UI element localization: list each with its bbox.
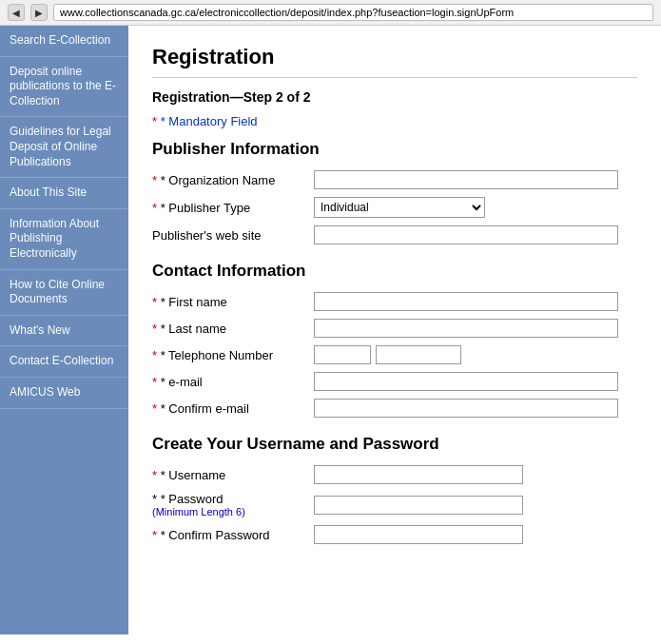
sidebar-item-label: Information About Publishing Electronica… [10, 217, 99, 260]
last-name-row: * * Last name [152, 319, 637, 338]
publisher-website-label: Publisher's web site [152, 228, 314, 243]
sidebar-item-amicus[interactable]: AMICUS Web [0, 378, 128, 409]
sidebar-item-label: What's New [10, 323, 70, 337]
forward-button[interactable]: ▶ [30, 4, 48, 21]
main-content: Registration Registration—Step 2 of 2 * … [128, 26, 661, 634]
phone-number-input[interactable] [376, 345, 461, 364]
sidebar-item-label: Deposit online publications to the E-Col… [10, 65, 116, 107]
sidebar-item-label: Guidelines for Legal Deposit of Online P… [10, 125, 111, 167]
back-button[interactable]: ◀ [8, 4, 25, 21]
sidebar-item-guidelines[interactable]: Guidelines for Legal Deposit of Online P… [0, 117, 128, 178]
confirm-email-label: * * Confirm e-mail [152, 401, 314, 416]
sidebar-item-cite[interactable]: How to Cite Online Documents [0, 270, 128, 316]
username-input[interactable] [314, 465, 523, 484]
org-name-input[interactable] [314, 170, 618, 189]
sidebar-item-search[interactable]: Search E-Collection [0, 26, 128, 57]
credentials-section: Create Your Username and Password * * Us… [152, 435, 637, 544]
password-input[interactable] [314, 496, 523, 515]
sidebar-item-contact[interactable]: Contact E-Collection [0, 346, 128, 378]
sidebar-item-whatsnew[interactable]: What's New [0, 316, 128, 347]
sidebar-item-label: Search E-Collection [10, 33, 110, 47]
password-label-block: * * Password (Minimum Length 6) [152, 492, 314, 517]
password-label: * * Password [152, 492, 314, 506]
sidebar-item-label: AMICUS Web [10, 385, 80, 399]
password-min-length: (Minimum Length 6) [152, 506, 314, 517]
sidebar: Search E-Collection Deposit online publi… [0, 26, 128, 634]
page-title: Registration [152, 45, 637, 78]
org-name-row: * * Organization Name [152, 170, 637, 189]
publisher-type-label: * * Publisher Type [152, 201, 314, 215]
confirm-password-input[interactable] [314, 525, 523, 544]
confirm-password-row: * * Confirm Password [152, 525, 637, 544]
credentials-section-title: Create Your Username and Password [152, 435, 637, 454]
telephone-row: * * Telephone Number [152, 345, 637, 364]
contact-section: Contact Information * * First name * * L… [152, 262, 637, 418]
telephone-label: * * Telephone Number [152, 348, 314, 362]
confirm-password-label: * * Confirm Password [152, 528, 314, 542]
sidebar-item-deposit[interactable]: Deposit online publications to the E-Col… [0, 57, 128, 118]
org-name-label: * * Organization Name [152, 173, 314, 187]
contact-section-title: Contact Information [152, 262, 637, 281]
step-label: Registration—Step 2 of 2 [152, 89, 637, 105]
sidebar-item-information[interactable]: Information About Publishing Electronica… [0, 209, 128, 270]
confirm-email-input[interactable] [314, 399, 618, 418]
sidebar-item-label: How to Cite Online Documents [10, 278, 105, 306]
password-row: * * Password (Minimum Length 6) [152, 492, 637, 517]
url-bar[interactable]: www.collectionscanada.gc.ca/electronicco… [53, 4, 653, 21]
browser-bar: ◀ ▶ www.collectionscanada.gc.ca/electron… [0, 0, 661, 26]
publisher-website-input[interactable] [314, 225, 618, 244]
username-label: * * Username [152, 468, 314, 482]
publisher-website-row: Publisher's web site [152, 225, 637, 244]
publisher-type-row: * * Publisher Type Individual [152, 197, 637, 218]
first-name-row: * * First name [152, 292, 637, 311]
email-input[interactable] [314, 372, 618, 391]
email-row: * * e-mail [152, 372, 637, 391]
sidebar-item-label: About This Site [10, 185, 87, 199]
sidebar-item-about[interactable]: About This Site [0, 178, 128, 209]
confirm-email-row: * * Confirm e-mail [152, 399, 637, 418]
last-name-label: * * Last name [152, 322, 314, 336]
first-name-input[interactable] [314, 292, 618, 311]
email-label: * * e-mail [152, 375, 314, 389]
first-name-label: * * First name [152, 295, 314, 309]
phone-group [314, 345, 461, 364]
phone-area-input[interactable] [314, 345, 371, 364]
sidebar-item-label: Contact E-Collection [10, 354, 113, 367]
mandatory-note: * * Mandatory Field [152, 114, 637, 128]
last-name-input[interactable] [314, 319, 618, 338]
publisher-section-title: Publisher Information [152, 140, 637, 159]
username-row: * * Username [152, 465, 637, 484]
publisher-type-select[interactable]: Individual [314, 197, 485, 218]
